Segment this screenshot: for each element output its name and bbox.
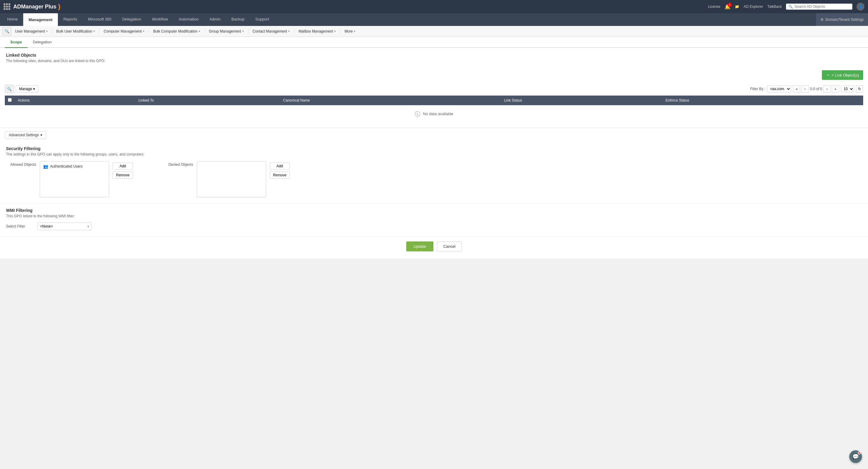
linked-objects-title: Linked Objects xyxy=(6,53,862,58)
select-all-checkbox[interactable] xyxy=(8,98,12,102)
denied-remove-button[interactable]: Remove xyxy=(270,171,290,179)
subnav-label-computer: Computer Management xyxy=(104,29,142,33)
folder-icon[interactable]: 📁 xyxy=(735,4,739,9)
security-filtering-desc: The settings in this GPO can apply only … xyxy=(6,152,862,156)
subnav-item-bulk-computer[interactable]: Bulk Computer Modification ▾ xyxy=(150,26,203,37)
nav-tabs: Home Management Reports Microsoft 365 De… xyxy=(2,13,275,26)
content-area: Scope Delegation Linked Objects The foll… xyxy=(0,37,868,259)
denied-add-button[interactable]: Add xyxy=(270,162,290,170)
chevron-down-icon-3: ▾ xyxy=(143,30,144,33)
link-obj-wrap: ＋ + Link Object(s) xyxy=(0,68,868,82)
subnav-item-contact[interactable]: Contact Management ▾ xyxy=(250,26,293,37)
subnav-label-group: Group Management xyxy=(209,29,241,33)
cancel-button[interactable]: Cancel xyxy=(437,242,462,251)
page-prev-button[interactable]: ‹ xyxy=(801,85,809,93)
no-data-row: i No data available xyxy=(5,105,863,123)
nav-tab-support[interactable]: Support xyxy=(250,13,275,26)
subnav-divider-7 xyxy=(340,28,340,34)
allowed-remove-button[interactable]: Remove xyxy=(113,171,133,179)
advanced-settings-label: Advanced Settings xyxy=(9,133,39,137)
subnav-label-contact: Contact Management xyxy=(253,29,287,33)
bell-wrap: 🔔 2 xyxy=(724,4,731,10)
nav-tab-delegation[interactable]: Delegation xyxy=(117,13,147,26)
no-data-text: No data available xyxy=(423,112,453,116)
refresh-icon: ↻ xyxy=(858,87,861,91)
nav-tab-reports[interactable]: Reports xyxy=(58,13,83,26)
subnav-label-more: More xyxy=(344,29,352,33)
denied-objects-btns: Add Remove xyxy=(270,161,290,179)
subnav-divider-3 xyxy=(149,28,149,34)
denied-objects-list xyxy=(197,161,266,197)
tab-scope[interactable]: Scope xyxy=(5,37,27,48)
avatar[interactable]: 👤 xyxy=(857,3,864,10)
page-first-button[interactable]: « xyxy=(793,85,800,93)
col-linked-to: Linked To xyxy=(135,96,280,105)
subnav-divider-4 xyxy=(204,28,205,34)
license-link[interactable]: License xyxy=(708,4,720,9)
filter-domain-select[interactable]: nas.com xyxy=(767,85,791,93)
list-item-authenticated-users[interactable]: 👥 Authenticated Users xyxy=(41,163,107,170)
col-actions: Actions xyxy=(15,96,135,105)
allowed-objects-col: Allowed Objects 👥 Authenticated Users Ad… xyxy=(6,161,133,197)
subnav-item-user-management[interactable]: User Management ▾ xyxy=(12,26,51,37)
link-objects-button[interactable]: ＋ + Link Object(s) xyxy=(822,70,863,80)
pagination-info: 0-0 of 0 xyxy=(810,87,822,91)
pagination: « ‹ 0-0 of 0 › » xyxy=(793,85,839,93)
advanced-settings-button[interactable]: Advanced Settings ▾ xyxy=(5,131,46,139)
nav-tab-microsoft365[interactable]: Microsoft 365 xyxy=(83,13,117,26)
update-button[interactable]: Update xyxy=(406,242,433,251)
ad-explorer-link[interactable]: AD Explorer xyxy=(744,4,763,9)
security-row: Allowed Objects 👥 Authenticated Users Ad… xyxy=(6,161,862,197)
subnav-item-more[interactable]: More ▾ xyxy=(341,26,358,37)
allowed-add-button[interactable]: Add xyxy=(113,162,133,170)
info-icon: i xyxy=(415,111,420,117)
search-box: 🔍 xyxy=(786,4,852,10)
talkback-link[interactable]: TalkBack xyxy=(767,4,782,9)
subnav-item-bulk-user[interactable]: Bulk User Modification ▾ xyxy=(53,26,98,37)
page-last-button[interactable]: » xyxy=(832,85,839,93)
domain-settings-button[interactable]: ⚙ Domain/Tenant Settings xyxy=(816,13,868,26)
subnav-label-user-management: User Management xyxy=(15,29,45,33)
per-page-select[interactable]: 10 xyxy=(841,86,854,92)
logo[interactable]: ADManager Plus ) xyxy=(13,3,60,10)
search-icon: 🔍 xyxy=(788,4,793,9)
footer-buttons: Update Cancel xyxy=(0,236,868,259)
subnav-label-mailbox: Mailbox Management xyxy=(299,29,333,33)
subnav-item-mailbox[interactable]: Mailbox Management ▾ xyxy=(296,26,339,37)
filter-by-label: Filter By : xyxy=(750,87,766,91)
chevron-down-icon-4: ▾ xyxy=(198,30,200,33)
logo-text: ADManager Plus xyxy=(13,4,56,10)
logo-symbol: ) xyxy=(58,3,60,10)
subnav-item-computer[interactable]: Computer Management ▾ xyxy=(101,26,147,37)
authenticated-users-text: Authenticated Users xyxy=(50,164,83,168)
nav-tab-home[interactable]: Home xyxy=(2,13,23,26)
linked-objects-section: Linked Objects The following sites, doma… xyxy=(0,48,868,68)
grid-icon[interactable] xyxy=(4,3,10,10)
refresh-button[interactable]: ↻ xyxy=(856,85,863,93)
table-search-icon[interactable]: 🔍 xyxy=(5,85,14,93)
nav-tab-automation[interactable]: Automation xyxy=(173,13,204,26)
subnav-divider-1 xyxy=(52,28,52,34)
col-canonical-name: Canonical Name xyxy=(280,96,501,105)
subnav-label-bulk-user: Bulk User Modification xyxy=(56,29,92,33)
manage-button[interactable]: Manage ▾ xyxy=(16,85,38,93)
nav-tab-admin[interactable]: Admin xyxy=(204,13,226,26)
bell-badge: 2 xyxy=(727,3,732,7)
wmi-filter-select[interactable]: <None> xyxy=(37,222,92,230)
subnav-divider-2 xyxy=(99,28,99,34)
wmi-filtering-title: WMI Filtering xyxy=(6,208,862,213)
search-input[interactable] xyxy=(795,4,850,9)
domain-settings-label: Domain/Tenant Settings xyxy=(826,18,864,22)
toolbar-left: 🔍 Manage ▾ xyxy=(5,85,38,93)
tab-delegation[interactable]: Delegation xyxy=(27,37,57,48)
nav-bar: Home Management Reports Microsoft 365 De… xyxy=(0,13,868,26)
page-next-button[interactable]: › xyxy=(824,85,831,93)
advanced-settings-bar: Advanced Settings ▾ xyxy=(0,128,868,142)
nav-tab-backup[interactable]: Backup xyxy=(226,13,250,26)
sub-nav-search-icon[interactable]: 🔍 xyxy=(2,27,11,36)
header-checkbox-col xyxy=(5,96,15,105)
nav-tab-workflow[interactable]: Workflow xyxy=(147,13,173,26)
nav-tab-management[interactable]: Management xyxy=(23,13,58,26)
subnav-divider-6 xyxy=(294,28,294,34)
subnav-item-group[interactable]: Group Management ▾ xyxy=(206,26,247,37)
